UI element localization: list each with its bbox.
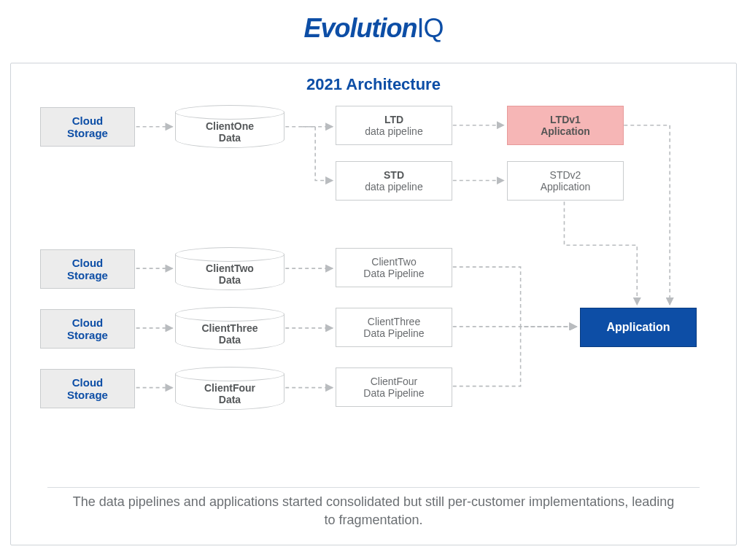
db-clienttwo: ClientTwo Data — [175, 254, 285, 290]
cloud-storage-2: Cloud Storage — [40, 249, 135, 289]
cloud-storage-4: Cloud Storage — [40, 369, 135, 408]
pipeline-std-sub: data pipeline — [365, 181, 422, 192]
diagram-title: 2021 Architecture — [11, 75, 736, 94]
pipeline-clientfour: ClientFour Data Pipeline — [336, 368, 452, 407]
brand-logo: EvolutionIQ — [0, 13, 747, 44]
caption-text: The data pipelines and applications star… — [69, 493, 678, 529]
pipeline-ltd-title: LTD — [384, 114, 403, 125]
pipeline-clientthree: ClientThree Data Pipeline — [336, 308, 452, 347]
pipeline-ltd: LTD data pipeline — [336, 106, 452, 145]
brand-logo-left: Evolution — [303, 13, 417, 43]
db-clientthree: ClientThree Data — [175, 314, 285, 350]
brand-logo-right: IQ — [417, 13, 443, 43]
pipeline-clienttwo: ClientTwo Data Pipeline — [336, 248, 452, 287]
caption-separator — [47, 487, 700, 488]
pipeline-std: STD data pipeline — [336, 161, 452, 201]
cloud-storage-3: Cloud Storage — [40, 309, 135, 349]
app-stdv2: STDv2 Application — [507, 161, 624, 201]
diagram-frame: 2021 Architecture Cloud Storage ClientOn… — [10, 63, 737, 545]
app-shared: Application — [580, 308, 697, 347]
pipeline-ltd-sub: data pipeline — [365, 125, 422, 137]
cloud-storage-1: Cloud Storage — [40, 107, 135, 147]
pipeline-std-title: STD — [384, 169, 404, 181]
db-clientone: ClientOne Data — [175, 112, 285, 148]
db-clientfour: ClientFour Data — [175, 373, 285, 410]
page: EvolutionIQ 2021 Architecture Cloud Stor… — [0, 0, 747, 560]
app-ltdv1: LTDv1 Aplication — [507, 106, 624, 145]
